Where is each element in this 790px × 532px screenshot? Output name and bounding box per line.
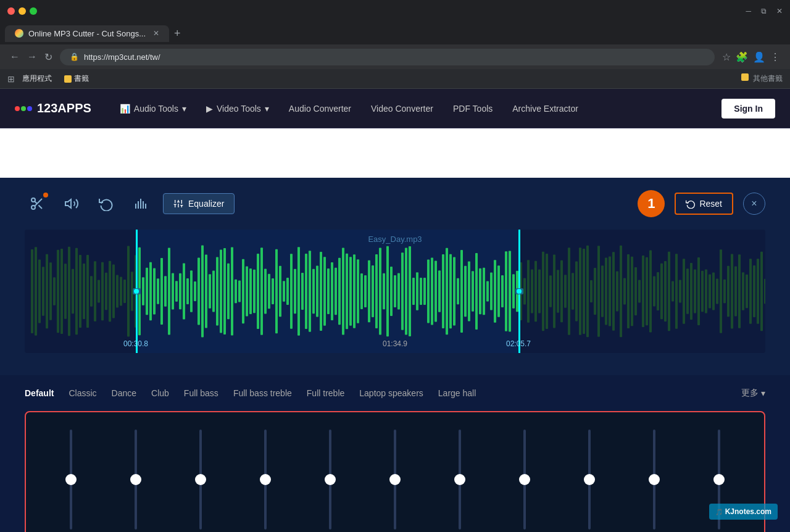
svg-marker-5 — [65, 199, 71, 208]
url-bar[interactable]: 🔒 https://mp3cut.net/tw/ — [60, 49, 715, 65]
svg-rect-103 — [327, 268, 330, 314]
eq-thumb-1k[interactable] — [389, 474, 401, 485]
bookmark-star-icon[interactable]: ☆ — [722, 51, 731, 63]
equalizer-button[interactable]: Equalizer — [163, 193, 235, 214]
preset-full-bass[interactable]: Full bass — [184, 388, 218, 398]
svg-rect-150 — [501, 275, 504, 307]
eq-thumb-60[interactable] — [130, 474, 141, 485]
nav-video-tools[interactable]: ▶ Video Tools ▾ — [198, 99, 278, 118]
reset-button[interactable]: Reset — [675, 193, 733, 215]
svg-rect-210 — [723, 280, 726, 304]
more-presets-button[interactable]: 更多 ▾ — [741, 388, 765, 399]
new-tab-icon[interactable]: + — [174, 27, 181, 40]
eq-thumb-600[interactable] — [325, 474, 336, 485]
reverse-button[interactable] — [94, 191, 118, 216]
lock-icon: 🔒 — [70, 52, 79, 61]
svg-rect-40 — [94, 261, 96, 322]
preset-large-hall[interactable]: Large hall — [438, 388, 476, 398]
close-window-icon[interactable]: ✕ — [776, 7, 783, 15]
eq-thumb-14k[interactable] — [649, 474, 660, 485]
svg-rect-88 — [272, 278, 274, 304]
svg-rect-33 — [68, 247, 70, 336]
svg-rect-199 — [683, 259, 685, 323]
apps-grid-icon[interactable]: ⊞ — [7, 74, 15, 84]
volume-button[interactable] — [59, 191, 84, 216]
active-tab[interactable]: Online MP3 Cutter - Cut Songs... ✕ — [5, 25, 169, 42]
eq-thumb-16k[interactable] — [713, 474, 725, 485]
preset-classic[interactable]: Classic — [69, 388, 96, 398]
preset-default[interactable]: Default — [25, 388, 54, 398]
svg-rect-140 — [464, 266, 467, 317]
bookmark-reading-list[interactable]: 書籤 — [59, 71, 94, 86]
svg-rect-142 — [472, 271, 474, 312]
eq-track-1k[interactable] — [394, 430, 396, 530]
preset-full-bass-treble[interactable]: Full bass treble — [233, 388, 292, 398]
visualizer-button[interactable] — [128, 191, 153, 216]
cut-button[interactable] — [25, 191, 49, 216]
svg-rect-66 — [190, 270, 193, 312]
svg-rect-188 — [642, 256, 644, 327]
preset-laptop-speakers[interactable]: Laptop speakers — [359, 388, 423, 398]
eq-track-14k[interactable] — [653, 430, 655, 530]
svg-rect-178 — [605, 257, 607, 325]
eq-track-170[interactable] — [199, 430, 202, 530]
nav-video-converter[interactable]: Video Converter — [362, 99, 442, 118]
svg-rect-213 — [734, 266, 737, 316]
eq-thumb-170[interactable] — [195, 474, 206, 485]
eq-track-6k[interactable] — [523, 430, 526, 530]
eq-track-12k[interactable] — [588, 430, 591, 530]
eq-thumb-3k[interactable] — [454, 474, 465, 485]
audio-bars-icon: 📊 — [120, 104, 130, 114]
bookmark-apps[interactable]: 應用程式 — [17, 71, 57, 86]
eq-track-3k[interactable] — [459, 430, 461, 530]
eq-thumb-6k[interactable] — [519, 474, 530, 485]
tab-close-icon[interactable]: ✕ — [153, 29, 159, 38]
video-tools-chevron-icon: ▾ — [265, 104, 269, 114]
nav-audio-tools[interactable]: 📊 Audio Tools ▾ — [111, 99, 195, 118]
eq-track-310[interactable] — [264, 430, 267, 530]
nav-pdf-tools[interactable]: PDF Tools — [444, 99, 501, 118]
preset-full-treble[interactable]: Full treble — [307, 388, 344, 398]
minimize-dot[interactable] — [19, 7, 26, 15]
svg-point-0 — [31, 198, 35, 202]
svg-rect-72 — [212, 270, 215, 312]
svg-rect-35 — [75, 248, 78, 335]
svg-rect-71 — [209, 274, 211, 309]
eq-band-12k: 12k — [571, 425, 608, 532]
svg-rect-212 — [731, 254, 733, 328]
nav-archive-extractor[interactable]: Archive Extractor — [504, 99, 587, 118]
close-button[interactable]: × — [743, 193, 765, 215]
svg-rect-91 — [283, 281, 285, 301]
svg-rect-74 — [220, 249, 222, 333]
menu-icon[interactable]: ⋮ — [770, 51, 780, 63]
other-bookmarks[interactable]: 其他書籤 — [741, 73, 783, 84]
maximize-dot[interactable] — [30, 7, 37, 15]
refresh-button[interactable]: ↻ — [44, 51, 52, 63]
profile-icon[interactable]: 👤 — [753, 51, 765, 63]
nav-audio-converter[interactable]: Audio Converter — [280, 99, 360, 118]
eq-track-600[interactable] — [329, 430, 331, 530]
svg-rect-179 — [609, 257, 611, 326]
svg-point-1 — [31, 206, 35, 209]
extensions-icon[interactable]: 🧩 — [736, 51, 748, 63]
eq-track-60[interactable] — [135, 430, 137, 530]
svg-rect-41 — [98, 280, 100, 302]
eq-track-0[interactable] — [70, 430, 72, 530]
eq-thumb-0[interactable] — [65, 474, 77, 485]
svg-rect-205 — [705, 269, 707, 313]
forward-button[interactable]: → — [27, 51, 37, 62]
sign-in-button[interactable]: Sign In — [721, 99, 775, 118]
preset-club[interactable]: Club — [151, 388, 169, 398]
restore-icon[interactable]: ⧉ — [761, 7, 767, 15]
logo[interactable]: 123APPS — [15, 101, 91, 115]
minimize-icon[interactable]: ─ — [746, 7, 751, 15]
reset-label: Reset — [699, 199, 722, 209]
svg-rect-68 — [198, 258, 200, 325]
svg-rect-221 — [764, 279, 765, 304]
eq-thumb-12k[interactable] — [584, 474, 595, 485]
svg-rect-92 — [286, 278, 289, 305]
close-dot[interactable] — [7, 7, 15, 15]
eq-thumb-310[interactable] — [260, 474, 271, 485]
preset-dance[interactable]: Dance — [112, 388, 136, 398]
back-button[interactable]: ← — [10, 51, 20, 62]
